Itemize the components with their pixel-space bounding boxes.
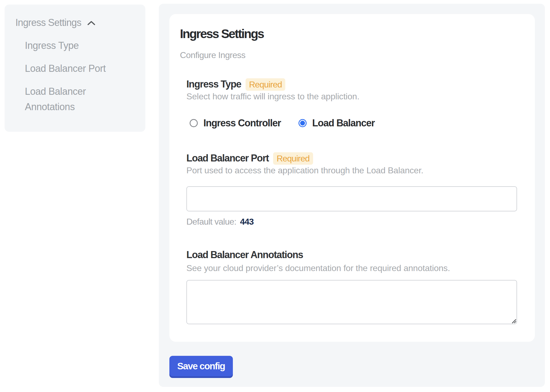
field-title-ingress-type: Ingress Type xyxy=(186,78,241,90)
default-value: 443 xyxy=(240,217,253,227)
page-title: Ingress Settings xyxy=(180,27,517,41)
sidebar: Ingress Settings Ingress Type Load Balan… xyxy=(5,5,145,132)
field-description: See your cloud provider’s documentation … xyxy=(186,263,517,273)
page-subtitle: Configure Ingress xyxy=(180,50,517,60)
field-header-row: Load Balancer Annotations xyxy=(186,249,517,261)
default-value-label: Default value: xyxy=(186,217,236,227)
sidebar-nav: Ingress Type Load Balancer Port Load Bal… xyxy=(25,38,134,114)
main-panel: Ingress Settings Configure Ingress Ingre… xyxy=(159,4,545,387)
chevron-up-icon xyxy=(87,21,95,26)
field-description: Port used to access the application thro… xyxy=(186,165,517,175)
load-balancer-port-input[interactable] xyxy=(186,186,517,211)
sidebar-item-ingress-type[interactable]: Ingress Type xyxy=(25,38,134,53)
save-config-button[interactable]: Save config xyxy=(169,356,233,376)
radio-group-ingress-type: Ingress Controller Load Balancer xyxy=(190,117,517,129)
section-load-balancer-annotations: Load Balancer Annotations See your cloud… xyxy=(186,249,517,324)
field-header-row: Ingress Type Required xyxy=(186,78,517,91)
section-ingress-type: Ingress Type Required Select how traffic… xyxy=(186,78,517,129)
field-description: Select how traffic will ingress to the a… xyxy=(186,91,517,102)
required-badge: Required xyxy=(246,78,286,91)
field-title-load-balancer-port: Load Balancer Port xyxy=(186,152,269,164)
sidebar-item-load-balancer-annotations[interactable]: Load Balancer Annotations xyxy=(25,84,134,114)
load-balancer-annotations-textarea[interactable] xyxy=(186,280,517,324)
sidebar-group-label: Ingress Settings xyxy=(15,17,81,29)
field-header-row: Load Balancer Port Required xyxy=(186,152,517,165)
section-load-balancer-port: Load Balancer Port Required Port used to… xyxy=(186,152,517,227)
radio-label: Ingress Controller xyxy=(203,117,281,129)
radio-option-ingress-controller[interactable]: Ingress Controller xyxy=(190,117,281,129)
radio-circle-selected[interactable] xyxy=(299,119,307,127)
radio-label: Load Balancer xyxy=(312,117,375,129)
settings-card: Ingress Settings Configure Ingress Ingre… xyxy=(169,14,535,342)
sidebar-group-header[interactable]: Ingress Settings xyxy=(15,17,135,29)
required-badge: Required xyxy=(273,152,313,165)
field-title-load-balancer-annotations: Load Balancer Annotations xyxy=(186,249,303,261)
default-value-line: Default value:443 xyxy=(186,217,517,227)
radio-option-load-balancer[interactable]: Load Balancer xyxy=(299,117,375,129)
textarea-wrapper xyxy=(186,280,517,324)
radio-circle-unselected[interactable] xyxy=(190,119,198,127)
sidebar-item-load-balancer-port[interactable]: Load Balancer Port xyxy=(25,61,134,76)
